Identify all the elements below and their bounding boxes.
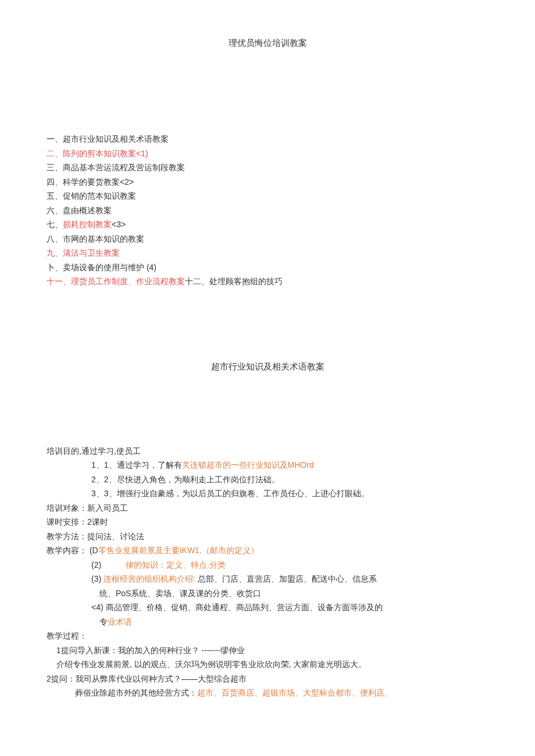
toc-item: 一、超市行业知识及相关术语教案 bbox=[47, 132, 488, 146]
toc-text-suf: <3> bbox=[112, 220, 126, 229]
goal-text-highlight: 关连锁超市的一些行业知识及MHOrd bbox=[182, 460, 314, 470]
training-details: 培训目的,通过学习,使员工 1、1、通过学习，了解有关连锁超市的一些行业知识及M… bbox=[47, 444, 488, 700]
toc-text: 三、商品基本营运流程及营运制段教案 bbox=[47, 163, 185, 172]
content-item: <4) 商品管理、价格、促销、商处通程、商品陈列、营运方面、设备方面等涉及的 bbox=[47, 600, 488, 615]
toc-text: 七、 bbox=[47, 220, 63, 229]
process-text: 葬俗业除超市外的其他经营方式： bbox=[75, 688, 197, 697]
goal-item: 1、1、通过学习，了解有关连锁超市的一些行业知识及MHOrd bbox=[47, 458, 488, 472]
toc-item: 四、科学的要货教案<2> bbox=[47, 175, 488, 189]
toc-text: 卜、卖场设备的使用与维护 (4) bbox=[47, 263, 156, 272]
toc-item: 八、市网的基本知识的教案 bbox=[47, 232, 488, 246]
goal-item: 2、2、尽快进入角色，为顺利走上工作岗位打法础。 bbox=[47, 472, 488, 487]
content-label: 教学内容： (D bbox=[47, 546, 98, 555]
content-item-cont: 专业术语 bbox=[47, 615, 488, 629]
process-item: 葬俗业除超市外的其他经营方式：超市、百货商店、超级市场、大型标合都市、便利店、 bbox=[47, 686, 488, 700]
toc-item: 二、陈列的剪本知识教案<1) bbox=[47, 146, 488, 161]
toc-text: 六、盘由概述教案 bbox=[47, 206, 112, 215]
training-hours: 课时安排：2课时 bbox=[47, 515, 488, 529]
toc-text: 九、清沽与卫生教案 bbox=[47, 248, 120, 257]
table-of-contents: 一、超市行业知识及相关术语教案 二、陈列的剪本知识教案<1) 三、商品基本营运流… bbox=[47, 132, 488, 289]
content-text: 总部、门店、直营店、加盟店、配送中心、信息系 bbox=[195, 574, 377, 583]
toc-item: 五、促销的范本知识教案 bbox=[47, 189, 488, 203]
content-text-highlight: （邮市的定义） bbox=[202, 546, 259, 555]
content-num: (2) bbox=[91, 560, 101, 569]
toc-item: 七、损耗控制教案<3> bbox=[47, 217, 488, 232]
content-text-highlight: 连根经营的组织机构介绍: bbox=[104, 574, 195, 583]
toc-item: 卜、卖场设备的使用与维护 (4) bbox=[47, 260, 488, 275]
goal-label: 培训目的,通过学习,使员工 bbox=[47, 444, 488, 458]
toc-text-red: 十一、理货员工作制度、作业流程教案 bbox=[47, 277, 185, 286]
training-method: 教学方法：提问法、讨论法 bbox=[47, 529, 488, 544]
process-item: 2提问：我司从弊库代业以何种方式？——大型综合超市 bbox=[47, 672, 488, 686]
toc-text: 四、科学的要货教案<2> bbox=[47, 177, 134, 187]
toc-item: 六、盘由概述教案 bbox=[47, 203, 488, 218]
toc-text-red: 损耗控制教案 bbox=[63, 220, 112, 229]
content-text-highlight: 律的知识：定义、特点.分类 bbox=[126, 560, 226, 569]
toc-text: 五、促销的范本知识教案 bbox=[47, 191, 136, 200]
goal-text: 1、1、通过学习，了解有 bbox=[91, 460, 182, 470]
toc-text-suf: 十二、处埋顾客抱组的技巧 bbox=[185, 277, 283, 286]
document-title: 理优员悔位培训教案 bbox=[47, 35, 488, 51]
process-item: 1提问导入新课：我的加入的何种行业？ -------缪伸业 bbox=[47, 643, 488, 658]
content-text-highlight: 零售业发展前景及主要IKW1. bbox=[98, 546, 202, 555]
content-item-cont: 统、PoS系统、卖场、课及课的分类、收货口 bbox=[47, 586, 488, 601]
process-text-highlight: 超市、百货商店、超级市场、大型标合都市、便利店、 bbox=[197, 688, 393, 697]
section-title: 超市行业知识及相关术语教案 bbox=[47, 359, 488, 374]
process-item: 介绍专伟业发展前景, 以的观点、沃尔玛为例说明零售业欣欣向荣, 大家前途光明远大… bbox=[47, 657, 488, 672]
content-text: 专 bbox=[99, 617, 108, 626]
toc-item: 九、清沽与卫生教案 bbox=[47, 246, 488, 260]
toc-text: 一、超市行业知识及相关术语教案 bbox=[47, 134, 169, 144]
toc-text: 八、市网的基本知识的教案 bbox=[47, 234, 144, 243]
content-item: (2)律的知识：定义、特点.分类 bbox=[47, 558, 488, 572]
toc-item: 十一、理货员工作制度、作业流程教案十二、处埋顾客抱组的技巧 bbox=[47, 274, 488, 289]
process-label: 教学过程： bbox=[47, 629, 488, 643]
training-target: 培训对象：新入司员工 bbox=[47, 501, 488, 515]
toc-item: 三、商品基本营运流程及营运制段教案 bbox=[47, 160, 488, 175]
goal-item: 3、3、增强行业自豪感，为以后员工的归旗卷、工作员任心、上进心打眼础。 bbox=[47, 486, 488, 501]
content-text-highlight: 业术语 bbox=[108, 617, 132, 626]
content-item: (3) 连根经营的组织机构介绍: 总部、门店、直营店、加盟店、配送中心、信息系 bbox=[47, 572, 488, 586]
content-num: (3) bbox=[91, 574, 104, 583]
content-item: 教学内容： (D零售业发展前景及主要IKW1.（邮市的定义） bbox=[47, 543, 488, 558]
toc-text: 二、陈列的剪本知识教案<1) bbox=[47, 149, 148, 158]
